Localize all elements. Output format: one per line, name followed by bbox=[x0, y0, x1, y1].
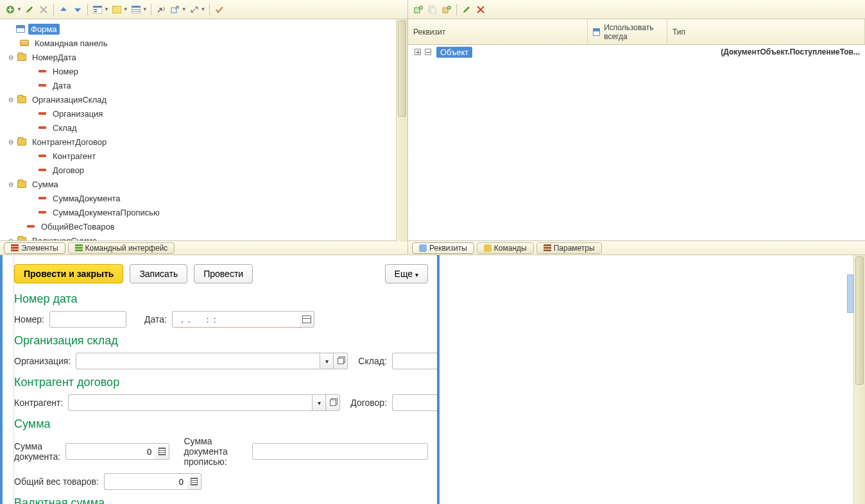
tab-cmd-interface[interactable]: Командный интерфейс bbox=[68, 242, 175, 254]
label-date: Дата: bbox=[144, 314, 167, 324]
tree-item-kontragent[interactable]: Контрагент bbox=[0, 149, 407, 163]
label-org: Организация: bbox=[14, 356, 71, 366]
expand-button[interactable] bbox=[188, 3, 201, 16]
tree-item-data[interactable]: Дата bbox=[0, 78, 407, 92]
tab-commands[interactable]: Команды bbox=[477, 242, 534, 254]
calculator-icon bbox=[158, 448, 166, 455]
expand-dropdown-icon[interactable]: ▼ bbox=[201, 6, 206, 12]
scroll-thumb[interactable] bbox=[398, 21, 406, 117]
tree-group-orgsklad[interactable]: ⊖ ОрганизацияСклад bbox=[0, 92, 407, 106]
attr-add-group-button[interactable] bbox=[440, 3, 453, 16]
tree-scrollbar[interactable] bbox=[396, 19, 407, 242]
section-kontragent: Контрагент договор bbox=[14, 376, 428, 389]
calculator-icon bbox=[191, 478, 198, 485]
collapse-icon[interactable]: ⊖ bbox=[6, 53, 15, 62]
attr-table-header: Реквизит Использовать всегда Тип bbox=[408, 19, 865, 45]
collapse-icon[interactable]: ⊖ bbox=[6, 180, 15, 189]
tree-group-currency[interactable]: ⊖ ВалютнаяСумма bbox=[0, 233, 407, 240]
tree-group-nomerdata[interactable]: ⊖ НомерДата bbox=[0, 50, 407, 64]
field-icon bbox=[39, 155, 46, 157]
layout-dropdown-icon[interactable]: ▼ bbox=[104, 6, 109, 12]
org-open-button[interactable] bbox=[334, 353, 348, 369]
post-button[interactable]: Провести bbox=[194, 264, 253, 283]
section-number-date: Номер дата bbox=[14, 292, 428, 306]
label-summa-prop: Сумма документа прописью: bbox=[184, 436, 246, 467]
attr-row-object[interactable]: Объект (ДокументОбъект.ПоступлениеТов... bbox=[408, 45, 865, 59]
summa-prop-input[interactable] bbox=[252, 443, 428, 460]
attr-edit-button[interactable] bbox=[460, 3, 473, 16]
layout-button[interactable] bbox=[91, 3, 104, 16]
delete-button[interactable] bbox=[37, 3, 50, 16]
attr-add-button[interactable] bbox=[412, 3, 425, 16]
summa-calc-button[interactable] bbox=[155, 443, 169, 460]
tree-item-sklad[interactable]: Склад bbox=[0, 121, 407, 135]
org-dropdown-button[interactable]: ▾ bbox=[320, 353, 334, 369]
tab-elements[interactable]: Элементы bbox=[4, 242, 65, 254]
label-summa: Сумма документа: bbox=[14, 441, 60, 462]
elements-icon bbox=[11, 244, 19, 252]
preview-scrollbar[interactable] bbox=[853, 255, 865, 504]
attr-table-body[interactable]: Объект (ДокументОбъект.ПоступлениеТов... bbox=[408, 45, 865, 240]
collapse-icon[interactable]: ⊖ bbox=[6, 95, 15, 104]
more-button[interactable]: Еще ▾ bbox=[385, 264, 428, 283]
sklad-input[interactable] bbox=[392, 353, 437, 369]
svg-rect-7 bbox=[132, 6, 141, 8]
tree-item-org[interactable]: Организация bbox=[0, 106, 407, 121]
list-dropdown-icon[interactable]: ▼ bbox=[142, 6, 148, 12]
kontragent-input[interactable] bbox=[68, 394, 312, 411]
tree-item-summa-prop[interactable]: СуммаДокументаПрописью bbox=[0, 205, 407, 219]
kontragent-open-button[interactable] bbox=[326, 394, 340, 411]
link-arrow-button[interactable] bbox=[155, 3, 167, 16]
dogovor-input[interactable] bbox=[392, 394, 437, 411]
col-type[interactable]: Тип bbox=[667, 19, 865, 44]
svg-rect-4 bbox=[94, 11, 97, 12]
col-attribute[interactable]: Реквизит bbox=[408, 19, 588, 44]
box-arrow-button[interactable] bbox=[169, 3, 182, 16]
form-tree[interactable]: Форма Командная панель ⊖ НомерДата Номер… bbox=[0, 19, 407, 240]
box-arrow-dropdown-icon[interactable]: ▼ bbox=[182, 6, 187, 12]
tab-attributes[interactable]: Реквизиты bbox=[412, 242, 474, 254]
org-input[interactable] bbox=[76, 353, 320, 369]
tree-group-kontragent[interactable]: ⊖ КонтрагентДоговор bbox=[0, 135, 407, 149]
tree-item-dogovor[interactable]: Договор bbox=[0, 163, 407, 177]
label-kontragent: Контрагент: bbox=[14, 398, 63, 408]
col-use-always[interactable]: Использовать всегда bbox=[588, 19, 667, 44]
list-button[interactable] bbox=[130, 3, 142, 16]
tree-item-weight[interactable]: ОбщийВесТоваров bbox=[0, 219, 407, 233]
add-dropdown-icon[interactable]: ▼ bbox=[17, 6, 22, 12]
tree-item-nomer[interactable]: Номер bbox=[0, 64, 407, 78]
move-down-button[interactable] bbox=[71, 3, 84, 16]
selection-indicator bbox=[847, 274, 853, 313]
kontragent-dropdown-button[interactable]: ▾ bbox=[312, 394, 326, 411]
number-input[interactable] bbox=[49, 311, 126, 328]
collapse-icon[interactable]: ⊖ bbox=[6, 236, 15, 240]
date-input[interactable] bbox=[172, 311, 300, 328]
collapse-icon[interactable]: ⊖ bbox=[6, 137, 15, 146]
add-button[interactable] bbox=[4, 3, 17, 16]
panel-button[interactable] bbox=[110, 3, 123, 16]
weight-calc-button[interactable] bbox=[187, 473, 201, 490]
field-icon bbox=[39, 70, 46, 72]
weight-input[interactable] bbox=[104, 473, 187, 490]
svg-rect-12 bbox=[431, 8, 436, 14]
folder-icon bbox=[17, 54, 26, 61]
panel-dropdown-icon[interactable]: ▼ bbox=[123, 6, 128, 12]
write-button[interactable]: Записать bbox=[130, 264, 187, 283]
tree-group-summa[interactable]: ⊖ Сумма bbox=[0, 177, 407, 191]
attr-delete-button[interactable] bbox=[474, 3, 487, 16]
calendar-button[interactable] bbox=[300, 311, 314, 328]
tree-root-form[interactable]: Форма bbox=[0, 22, 407, 36]
tree-cmd-panel[interactable]: Командная панель bbox=[0, 36, 407, 50]
collapse-icon[interactable] bbox=[424, 47, 432, 56]
attr-copy-button[interactable] bbox=[426, 3, 439, 16]
tree-item-summa-dok[interactable]: СуммаДокумента bbox=[0, 191, 407, 205]
move-up-button[interactable] bbox=[57, 3, 70, 16]
apply-button[interactable] bbox=[213, 3, 226, 16]
tab-parameters[interactable]: Параметры bbox=[536, 242, 602, 254]
expand-icon[interactable] bbox=[413, 47, 422, 56]
post-and-close-button[interactable]: Провести и закрыть bbox=[14, 264, 123, 283]
section-org-sklad: Организация склад bbox=[14, 334, 428, 348]
edit-button[interactable] bbox=[23, 3, 36, 16]
scroll-thumb[interactable] bbox=[855, 256, 864, 385]
summa-input[interactable] bbox=[65, 443, 155, 460]
